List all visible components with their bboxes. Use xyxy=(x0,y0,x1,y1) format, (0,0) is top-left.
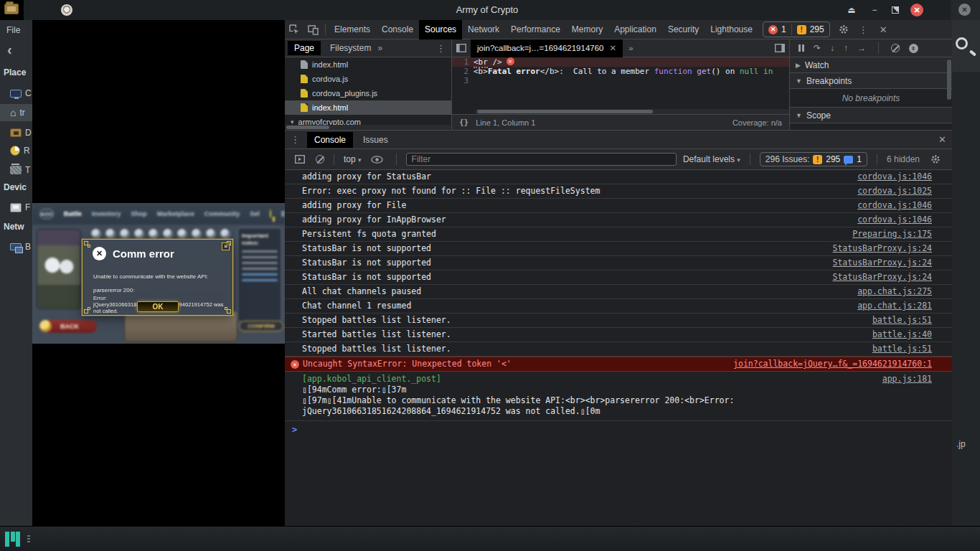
eye-icon[interactable] xyxy=(368,152,387,166)
editor-tab-close-icon[interactable]: ✕ xyxy=(609,43,616,53)
file-menu[interactable]: File xyxy=(6,25,20,35)
close-button[interactable]: ✕ xyxy=(910,4,923,17)
tab-application[interactable]: Application xyxy=(608,20,662,39)
pause-on-exceptions-icon[interactable]: ‖ xyxy=(909,44,918,53)
desktop-folder-icon[interactable] xyxy=(4,4,19,14)
breakpoints-section[interactable]: ▼ Breakpoints xyxy=(790,73,952,89)
game-nav-community[interactable]: Community xyxy=(204,210,240,217)
tree-file[interactable]: index.html xyxy=(285,57,451,72)
game-avatar[interactable] xyxy=(192,229,202,239)
step-over-icon[interactable]: ↷ xyxy=(814,43,821,53)
tab-elements[interactable]: Elements xyxy=(329,20,376,39)
navigator-menu-icon[interactable]: ⋮ xyxy=(430,43,451,54)
ok-button[interactable]: OK xyxy=(137,301,179,312)
back-button[interactable]: BACK xyxy=(42,320,97,333)
sidebar-item-filesystem[interactable]: F xyxy=(0,199,32,216)
errors-warnings-badge[interactable]: ✕ 1 ! 295 xyxy=(763,22,830,37)
window-titlebar[interactable]: Army of Crypto ⏏ − ✕ xyxy=(24,0,951,20)
console-source-link[interactable]: battle.js:51 xyxy=(872,316,932,325)
console-source-link[interactable]: cordova.js:1046 xyxy=(857,215,932,225)
console-source-link[interactable]: app.chat.js:275 xyxy=(857,287,932,296)
drawer-menu-icon[interactable]: ⋮ xyxy=(285,134,306,145)
step-out-icon[interactable]: ↑ xyxy=(844,43,848,53)
game-avatar[interactable] xyxy=(206,229,216,239)
sidebar-item-computer[interactable]: C xyxy=(0,85,32,102)
drawer-tab-console[interactable]: Console xyxy=(307,132,353,148)
drawer-tab-issues[interactable]: Issues xyxy=(356,132,395,148)
manjaro-menu-icon[interactable] xyxy=(5,532,20,547)
more-menu-icon[interactable]: ⋮ xyxy=(853,24,874,35)
console-source-link[interactable]: cordova.js:1046 xyxy=(857,201,932,210)
console-filter-input[interactable] xyxy=(406,153,677,166)
devtools-close-icon[interactable]: ✕ xyxy=(874,24,893,35)
watch-section[interactable]: ▶ Watch xyxy=(790,57,952,73)
game-nav-marketplace[interactable]: Marketplace xyxy=(157,210,194,217)
levels-dropdown[interactable]: Default levels ▾ xyxy=(683,154,740,164)
pretty-print-icon[interactable]: {} xyxy=(459,118,468,127)
navigator-tab-page[interactable]: Page xyxy=(288,41,321,55)
game-avatar[interactable] xyxy=(91,229,101,239)
hidden-messages[interactable]: 6 hidden xyxy=(887,154,920,164)
console-source-link[interactable]: cordova.js:1025 xyxy=(857,187,932,196)
settings-gear-icon[interactable] xyxy=(834,22,853,37)
game-nav-inventory[interactable]: Inventory xyxy=(92,210,121,217)
issues-counter[interactable]: 296 Issues: ! 295 1 xyxy=(760,152,867,166)
game-avatar[interactable] xyxy=(149,229,159,239)
sidebar-item-desktop[interactable]: D xyxy=(0,124,32,141)
console-prompt[interactable]: > xyxy=(285,421,952,435)
minimize-button[interactable]: − xyxy=(869,5,880,15)
game-avatar[interactable] xyxy=(120,229,130,239)
shade-button[interactable]: ⏏ xyxy=(846,5,857,15)
tab-console[interactable]: Console xyxy=(376,20,419,39)
restore-button[interactable] xyxy=(892,6,899,14)
game-card[interactable] xyxy=(37,229,81,309)
scope-section[interactable]: ▼ Scope xyxy=(790,108,952,123)
step-icon[interactable]: → xyxy=(857,43,866,53)
console-source-link[interactable]: Preparing.js:175 xyxy=(852,230,932,239)
console-source-link[interactable]: battle.js:51 xyxy=(872,344,932,354)
tab-memory[interactable]: Memory xyxy=(566,20,608,39)
dialog-close-icon[interactable]: × xyxy=(222,242,230,250)
sidebar-item-browse-network[interactable]: B xyxy=(0,238,32,255)
game-avatar[interactable] xyxy=(177,229,187,239)
navigator-more-tabs[interactable]: » xyxy=(377,43,382,53)
tree-file[interactable]: cordova.js xyxy=(285,72,451,86)
inspect-icon[interactable] xyxy=(285,22,303,37)
navigator-hscrollbar[interactable] xyxy=(285,125,451,130)
console-source-link[interactable]: StatusBarProxy.js:24 xyxy=(833,244,932,253)
console-source-link[interactable]: join?callback=jQuery…f&_=1694621914760:1 xyxy=(733,359,932,369)
sidebar-item-recent[interactable]: R xyxy=(0,142,32,159)
search-icon[interactable] xyxy=(956,37,968,50)
confirm-button[interactable]: CONFIRM xyxy=(239,321,283,331)
show-debugger-icon[interactable] xyxy=(771,41,789,55)
tab-performance[interactable]: Performance xyxy=(505,20,566,39)
console-sidebar-icon[interactable] xyxy=(291,152,309,166)
console-settings-gear-icon[interactable] xyxy=(926,152,945,166)
pause-script-icon[interactable] xyxy=(798,44,804,52)
back-arrow-icon[interactable]: ‹ xyxy=(7,42,12,58)
game-nav-shop[interactable]: Shop xyxy=(131,210,147,217)
tab-lighthouse[interactable]: Lighthouse xyxy=(705,20,758,39)
clear-console-icon[interactable] xyxy=(316,155,324,164)
tree-file[interactable]: cordova_plugins.js xyxy=(285,86,451,100)
tree-file-selected[interactable]: index.html xyxy=(285,100,451,115)
step-into-icon[interactable]: ↓ xyxy=(830,43,834,53)
game-avatar[interactable] xyxy=(134,229,144,239)
editor-tab[interactable]: join?callback=j…=1694621914760 ✕ xyxy=(471,39,623,57)
sidebar-scrollbar[interactable] xyxy=(947,60,951,100)
code-editor[interactable]: 1 <br /> ✕ 2 <b>Fatal error</b>: Call to… xyxy=(452,57,789,114)
console-source-link[interactable]: app.js:181 xyxy=(882,374,932,385)
background-close-button[interactable]: ✕ xyxy=(958,4,971,16)
tab-sources[interactable]: Sources xyxy=(419,20,462,39)
game-nav-settings[interactable]: Sel xyxy=(250,210,260,217)
game-avatar[interactable] xyxy=(163,229,173,239)
sidebar-item-home[interactable]: ⌂ tr xyxy=(0,104,32,121)
console-source-link[interactable]: cordova.js:1046 xyxy=(857,172,932,182)
editor-hscrollbar[interactable] xyxy=(476,109,789,114)
line-error-icon[interactable]: ✕ xyxy=(507,57,514,65)
console-source-link[interactable]: app.chat.js:281 xyxy=(857,301,932,311)
game-nav-battle[interactable]: Battle xyxy=(64,210,82,217)
console-source-link[interactable]: battle.js:40 xyxy=(872,330,932,339)
device-toolbar-icon[interactable] xyxy=(303,22,322,37)
game-avatar[interactable] xyxy=(105,229,116,239)
